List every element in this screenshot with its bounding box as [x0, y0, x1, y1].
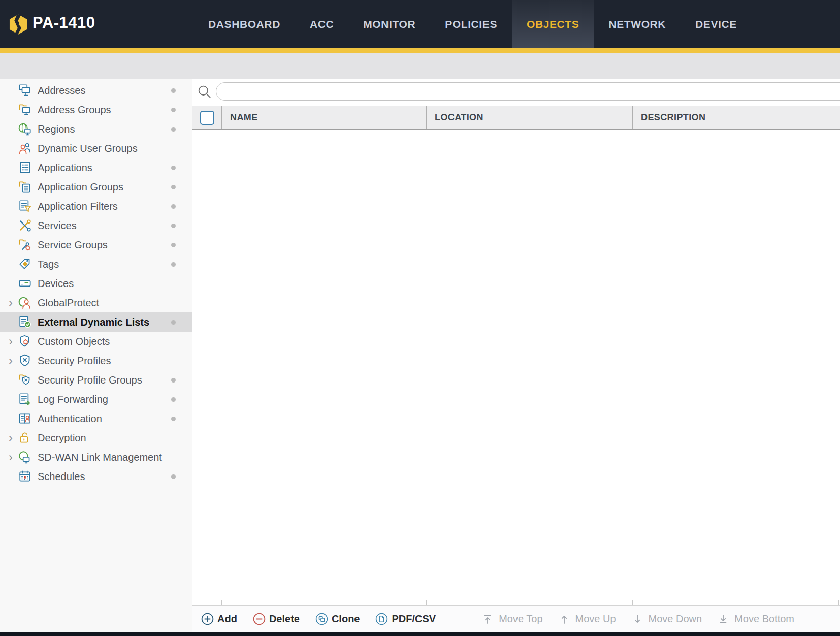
item-dot [171, 378, 176, 383]
sidebar-item-tags[interactable]: Tags [0, 255, 192, 274]
sidebar-item-label: Address Groups [38, 104, 111, 116]
sidebar-item-sd-wan-link-management[interactable]: › SD-WAN Link Management [0, 448, 192, 467]
sidebar-item-security-profile-groups[interactable]: Security Profile Groups [0, 370, 192, 390]
sidebar-item-label: Applications [38, 162, 92, 174]
application-groups-icon [18, 180, 33, 194]
sidebar-item-application-filters[interactable]: Application Filters [0, 197, 192, 216]
move-bottom-button[interactable]: Move Bottom [717, 613, 794, 625]
item-dot [171, 224, 176, 228]
sidebar-item-services[interactable]: Services [0, 216, 192, 235]
sidebar-item-label: Decryption [38, 432, 86, 444]
tab-objects[interactable]: OBJECTS [512, 0, 594, 48]
sidebar-item-security-profiles[interactable]: › Security Profiles [0, 351, 192, 370]
item-dot [171, 127, 176, 132]
search-row [192, 79, 840, 106]
item-dot [171, 88, 176, 93]
bottom-toolbar: Add Delete Clone [192, 605, 840, 632]
sidebar-item-label: Application Groups [38, 181, 123, 193]
move-down-button[interactable]: Move Down [631, 613, 702, 625]
expand-chevron-icon[interactable]: › [4, 433, 17, 443]
move-top-arrow-icon [481, 613, 494, 625]
move-down-label: Move Down [649, 613, 702, 625]
tab-device[interactable]: DEVICE [681, 0, 752, 48]
tab-network[interactable]: NETWORK [594, 0, 681, 48]
item-dot [171, 474, 176, 479]
move-bottom-label: Move Bottom [734, 613, 794, 625]
expand-chevron-icon[interactable]: › [4, 452, 17, 462]
sidebar-item-application-groups[interactable]: Application Groups [0, 177, 192, 197]
delete-circle-icon [252, 612, 266, 626]
sidebar-item-label: External Dynamic Lists [38, 316, 149, 328]
address-groups-icon [18, 103, 33, 116]
tab-policies[interactable]: POLICIES [430, 0, 512, 48]
service-groups-icon [18, 238, 33, 251]
clone-circle-icon [315, 612, 329, 626]
move-up-button[interactable]: Move Up [558, 613, 616, 625]
clone-button[interactable]: Clone [315, 612, 360, 626]
sidebar-item-log-forwarding[interactable]: Log Forwarding [0, 390, 192, 409]
sidebar-item-decryption[interactable]: › Decryption [0, 428, 192, 448]
custom-objects-icon [18, 335, 33, 348]
sidebar-item-label: Custom Objects [38, 336, 110, 347]
column-header-location[interactable]: LOCATION [427, 106, 633, 129]
sidebar-item-applications[interactable]: Applications [0, 158, 192, 177]
sidebar-item-label: Dynamic User Groups [38, 143, 138, 154]
sidebar-item-service-groups[interactable]: Service Groups [0, 235, 192, 255]
sidebar-item-schedules[interactable]: Schedules [0, 467, 192, 486]
expand-chevron-icon[interactable]: › [4, 356, 17, 366]
sidebar-item-label: Authentication [38, 413, 102, 425]
sidebar-item-authentication[interactable]: Authentication [0, 409, 192, 428]
sidebar-item-address-groups[interactable]: Address Groups [0, 100, 192, 119]
main-panel: NAME LOCATION DESCRIPTION Add Delete [192, 79, 840, 632]
tab-acc[interactable]: ACC [295, 0, 348, 48]
sidebar-item-label: Regions [38, 123, 75, 135]
item-dot [171, 108, 176, 112]
firewall-admin-window: PA-1410 DASHBOARD ACC MONITOR POLICIES O… [0, 0, 840, 636]
search-icon [197, 84, 213, 100]
search-input[interactable] [216, 82, 840, 101]
delete-button[interactable]: Delete [252, 612, 300, 626]
table-body-empty [192, 130, 840, 605]
add-button[interactable]: Add [201, 612, 237, 626]
sidebar-item-label: Devices [38, 278, 74, 290]
sidebar-item-label: Tags [38, 259, 59, 270]
sidebar-item-dynamic-user-groups[interactable]: Dynamic User Groups [0, 139, 192, 158]
column-header-description[interactable]: DESCRIPTION [633, 106, 802, 129]
brand-logo-icon [7, 13, 29, 36]
select-all-checkbox[interactable] [200, 111, 214, 125]
regions-icon [18, 122, 33, 136]
sidebar-item-devices[interactable]: Devices [0, 274, 192, 293]
column-header-name[interactable]: NAME [222, 106, 427, 129]
sd-wan-icon [18, 451, 33, 464]
sub-header-band [0, 53, 840, 79]
sidebar-item-custom-objects[interactable]: › Custom Objects [0, 332, 192, 351]
tags-icon [18, 258, 33, 271]
move-top-button[interactable]: Move Top [481, 613, 542, 625]
sidebar-item-label: Security Profiles [38, 355, 111, 367]
sidebar-item-label: Application Filters [38, 201, 118, 212]
decryption-icon [18, 431, 33, 444]
delete-label: Delete [269, 613, 300, 625]
addresses-icon [18, 84, 33, 97]
sidebar-item-addresses[interactable]: Addresses [0, 81, 192, 100]
accent-bar [0, 48, 840, 53]
select-all-cell [192, 106, 222, 129]
tab-dashboard[interactable]: DASHBOARD [193, 0, 295, 48]
clone-label: Clone [332, 613, 360, 625]
tab-monitor[interactable]: MONITOR [348, 0, 430, 48]
sidebar-item-regions[interactable]: Regions [0, 119, 192, 139]
expand-chevron-icon[interactable]: › [4, 336, 17, 346]
pdf-csv-button[interactable]: PDF/CSV [375, 612, 436, 626]
sidebar-item-globalprotect[interactable]: › GlobalProtect [0, 293, 192, 312]
item-dot [171, 243, 176, 247]
column-tick [426, 600, 427, 605]
external-dynamic-lists-icon [18, 315, 33, 329]
sidebar-item-external-dynamic-lists[interactable]: External Dynamic Lists [0, 312, 192, 332]
schedules-icon [18, 470, 33, 483]
expand-chevron-icon[interactable]: › [4, 298, 17, 308]
move-bottom-arrow-icon [717, 613, 729, 625]
move-up-label: Move Up [575, 613, 616, 625]
move-down-arrow-icon [631, 613, 643, 625]
pdf-csv-label: PDF/CSV [392, 613, 436, 625]
security-profile-groups-icon [18, 373, 33, 387]
